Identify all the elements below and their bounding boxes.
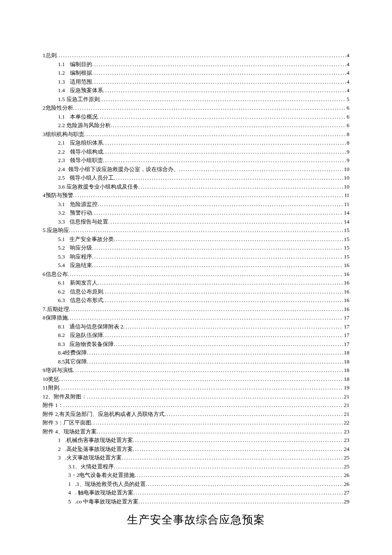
toc-leader-dots (133, 445, 343, 453)
toc-entry: 3.1危险源监控11 (43, 200, 349, 209)
toc-entry: 附件 3：厂区平面图22 (43, 418, 349, 427)
toc-page-number: 16 (343, 261, 349, 270)
toc-entry: 1.1本单位概况6 (43, 113, 349, 121)
toc-entry: 3.3信息报告与处置14 (43, 218, 349, 226)
toc-number: 2 (58, 445, 61, 453)
toc-number: 附件 1： (43, 401, 63, 410)
toc-leader-dots (98, 200, 343, 209)
toc-entry: 8保障措施17 (43, 314, 349, 322)
toc-label: 信息公布形式 (70, 296, 103, 305)
toc-number: 12、 (43, 392, 54, 401)
toc-label: 危险性分析 (46, 104, 73, 112)
toc-entry: 6.3信息公布形式16 (43, 296, 349, 305)
toc-leader-dots (111, 121, 346, 130)
toc-entry: 附件 1：21 (43, 401, 349, 410)
toc-label: 现场处置方案 (63, 427, 97, 436)
toc-label: 后期处理 (47, 305, 69, 314)
toc-leader-dots (103, 288, 343, 296)
toc-leader-dots (103, 148, 346, 156)
toc-number: 3.3 (58, 218, 65, 226)
toc-leader-dots (114, 340, 343, 349)
toc-number: 5 (68, 497, 71, 506)
toc-label: 应急结束 (70, 261, 92, 270)
document-title: 生产安全事故综合应急预案 (43, 511, 349, 528)
toc-page-number: 16 (343, 288, 349, 296)
toc-number: 5. (43, 226, 47, 235)
toc-entry: 2.高处坠落事故现场处置方案24 (43, 445, 349, 453)
toc-page-number: 29 (343, 497, 349, 506)
toc-page-number: 17 (343, 340, 349, 349)
toc-leader-dots (68, 270, 343, 279)
toc-label: .机械伤害事故现场处置方案 (65, 436, 133, 445)
toc-entry: 2.3领导小组职责9 (43, 156, 349, 165)
toc-leader-dots (92, 261, 343, 270)
toc-page-number: 15 (343, 226, 349, 235)
toc-number: 5.4 (58, 261, 65, 270)
toc-page-number: 26 (343, 471, 349, 479)
toc-label: 应急队伍保障 (70, 331, 103, 340)
toc-number: 5.1 (58, 235, 65, 244)
toc-leader-dots (92, 78, 346, 86)
toc-entry: 5.4应急结束16 (43, 261, 349, 270)
toc-label: 附件及附图： (54, 392, 87, 401)
toc-label: 响应程序 (70, 253, 92, 261)
toc-label: 奖惩 (48, 375, 59, 384)
toc-label: 组织机构与职责 (46, 130, 84, 139)
toc-leader-dots (84, 130, 346, 139)
toc-leader-dots (92, 244, 343, 252)
toc-label: 本单位概况 (70, 113, 98, 121)
toc-entry: 7.后期处理16 (43, 305, 349, 314)
toc-leader-dots (57, 51, 346, 60)
toc-page-number: 9 (346, 148, 350, 156)
toc-leader-dots (100, 95, 346, 104)
toc-leader-dots (114, 235, 343, 244)
toc-page-number: 25 (343, 453, 349, 462)
toc-leader-dots (59, 375, 343, 384)
toc-page-number: 16 (343, 279, 349, 287)
toc-entry: 9培训与演练18 (43, 366, 349, 375)
toc-page-number: 18 (343, 375, 349, 384)
toc-page-number: 4 (346, 78, 350, 86)
toc-number: 附件 4、 (43, 427, 63, 436)
toc-page-number: 4 (346, 60, 350, 69)
toc-label: 电气设备着火处置措施 (79, 471, 135, 479)
toc-leader-dots (63, 401, 343, 410)
toc-label: 预警行动 (70, 209, 92, 217)
toc-leader-dots (73, 366, 343, 375)
toc-label: 编制根据 (70, 69, 92, 77)
toc-entry: 12、附件及附图：21 (43, 392, 349, 401)
toc-leader-dots (73, 191, 344, 200)
toc-page-number: 15 (343, 235, 349, 244)
toc-page-number: 21 (343, 401, 349, 410)
toc-number: 2. (58, 121, 62, 130)
toc-page-number: 8 (346, 139, 350, 147)
toc-leader-dots (98, 279, 343, 287)
toc-number: 11 (43, 384, 48, 392)
toc-leader-dots (114, 462, 343, 471)
toc-page-number: 16 (343, 305, 349, 314)
toc-label: 应急预案体系 (70, 86, 103, 95)
toc-leader-dots (164, 410, 343, 418)
toc-number: 3.1 (58, 200, 65, 209)
toc-leader-dots (103, 139, 346, 147)
toc-page-number: 10 (343, 183, 349, 191)
toc-entry: 6.2信息公布原则16 (43, 288, 349, 296)
toc-number: 1. (58, 95, 62, 104)
toc-leader-dots (114, 174, 343, 182)
toc-leader-dots (103, 156, 346, 165)
toc-entry: 1. 5 应急工作原则5 (43, 95, 349, 104)
toc-leader-dots (138, 497, 343, 506)
toc-label: 总则 (46, 51, 57, 60)
toc-page-number: 19 (343, 384, 349, 392)
toc-page-number: 4 (346, 51, 350, 60)
toc-page-number: I1 (344, 191, 349, 200)
toc-page-number: 25 (343, 462, 349, 471)
toc-entry: 2.2领导小组构成9 (43, 148, 349, 156)
toc-leader-dots (146, 480, 343, 488)
toc-leader-dots (103, 86, 346, 95)
toc-label: 火情处置程序 (81, 462, 114, 471)
toc-page-number: 17 (343, 331, 349, 340)
toc-page-number: 4 (346, 86, 350, 95)
toc-entry: 1.3适用范围4 (43, 78, 349, 86)
toc-entry: 3组织机构与职责8 (43, 130, 349, 139)
